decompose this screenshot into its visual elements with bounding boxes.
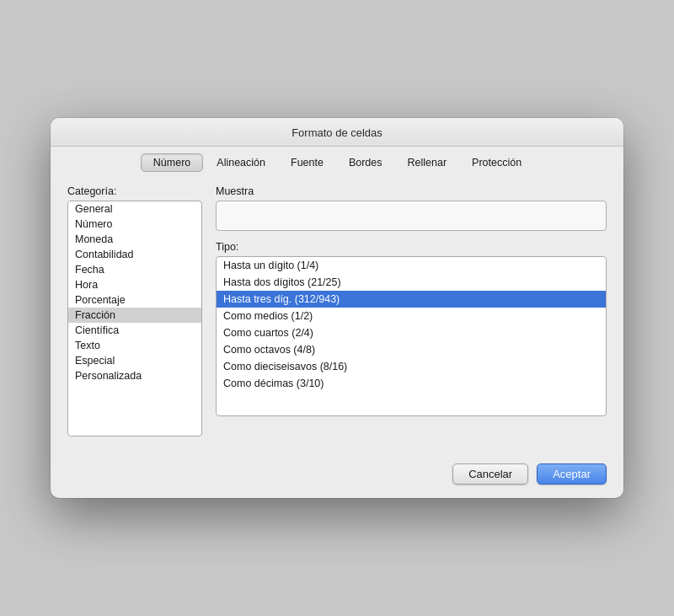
cancel-button[interactable]: Cancelar <box>452 463 528 485</box>
tab-proteccion[interactable]: Protección <box>460 153 533 172</box>
left-panel: Categoría: General Número Moneda Contabi… <box>67 185 202 437</box>
list-item[interactable]: Científica <box>68 323 201 338</box>
tipo-list[interactable]: Hasta un dígito (1/4) Hasta dos dígitos … <box>216 256 607 416</box>
tab-fuente[interactable]: Fuente <box>279 153 335 172</box>
dialog-content: Categoría: General Número Moneda Contabi… <box>51 177 623 453</box>
list-item[interactable]: Hasta un dígito (1/4) <box>217 257 606 274</box>
tab-numero[interactable]: Número <box>141 153 203 172</box>
list-item[interactable]: Personalizada <box>68 368 201 383</box>
main-layout: Categoría: General Número Moneda Contabi… <box>67 185 607 437</box>
right-panel: Muestra Tipo: Hasta un dígito (1/4) Hast… <box>216 185 607 437</box>
category-list[interactable]: General Número Moneda Contabilidad Fecha… <box>67 201 202 437</box>
tabs-bar: Número Alineación Fuente Bordes Rellenar… <box>51 147 623 177</box>
list-item[interactable]: Como dieciseisavos (8/16) <box>217 358 606 375</box>
list-item[interactable]: Contabilidad <box>68 247 201 262</box>
list-item[interactable]: Como décimas (3/10) <box>217 375 606 392</box>
list-item[interactable]: Moneda <box>68 232 201 247</box>
muestra-label: Muestra <box>216 185 607 197</box>
list-item-fraccion[interactable]: Fracción <box>68 308 201 323</box>
list-item[interactable]: Porcentaje <box>68 292 201 308</box>
list-item[interactable]: Número <box>68 217 201 232</box>
list-item[interactable]: Especial <box>68 353 201 368</box>
list-item[interactable]: Como cuartos (2/4) <box>217 324 606 341</box>
format-cells-dialog: Formato de celdas Número Alineación Fuen… <box>51 118 623 498</box>
accept-button[interactable]: Aceptar <box>537 463 607 485</box>
list-item[interactable]: Como octavos (4/8) <box>217 341 606 358</box>
list-item[interactable]: Fecha <box>68 262 201 277</box>
tab-alineacion[interactable]: Alineación <box>205 153 277 172</box>
tab-bordes[interactable]: Bordes <box>337 153 394 172</box>
dialog-title: Formato de celdas <box>51 118 623 147</box>
muestra-box <box>216 201 607 231</box>
tab-rellenar[interactable]: Rellenar <box>396 153 459 172</box>
list-item[interactable]: Como medios (1/2) <box>217 308 606 324</box>
dialog-footer: Cancelar Aceptar <box>51 453 623 498</box>
list-item[interactable]: Hora <box>68 277 201 292</box>
list-item[interactable]: Texto <box>68 338 201 353</box>
list-item[interactable]: General <box>68 201 201 217</box>
list-item-tipo3[interactable]: Hasta tres díg. (312/943) <box>217 291 606 308</box>
list-item[interactable]: Hasta dos dígitos (21/25) <box>217 274 606 291</box>
categoria-label: Categoría: <box>67 185 202 197</box>
tipo-label: Tipo: <box>216 241 607 253</box>
